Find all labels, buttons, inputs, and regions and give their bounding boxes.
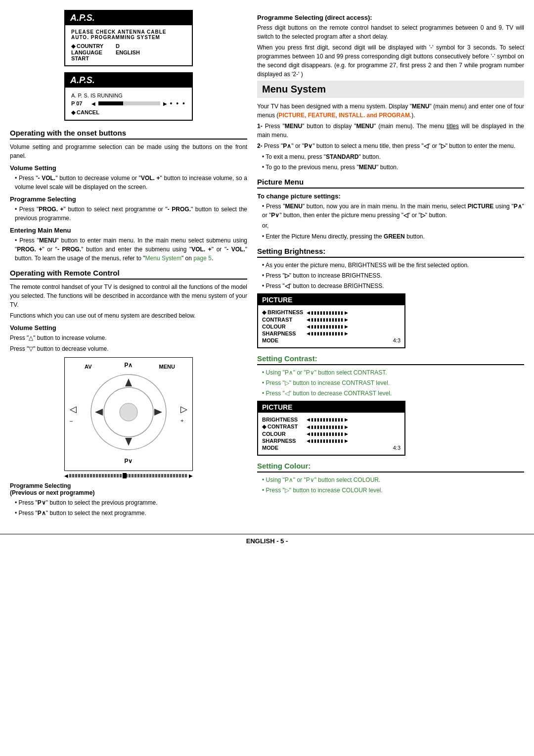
aps-language-value: ENGLISH xyxy=(116,49,140,55)
aps-line2: AUTO. PROGRAMMING SYSTEM xyxy=(71,35,186,40)
pic2-contrast-bar: ◀ ▮▮▮▮▮▮▮▮▮▮▮ ▶ xyxy=(307,425,400,429)
vol-increase: Press "△" button to increase volume. xyxy=(10,333,247,342)
pic2-mode-row: MODE 4:3 xyxy=(262,445,400,451)
pic1-contrast-label: CONTRAST xyxy=(262,317,307,323)
aps-country-row: ◆ COUNTRY D xyxy=(71,43,186,49)
pic2-colour-row: COLOUR ◀ ▮▮▮▮▮▮▮▮▮▮▮ ▶ xyxy=(262,431,400,437)
section2-title: Operating with Remote Control xyxy=(10,269,247,280)
pic2-colour-label: COLOUR xyxy=(262,431,307,437)
pic1-mode-label: MODE xyxy=(262,337,307,343)
remote-av-label: AV xyxy=(85,364,91,370)
picture-box-2: PICTURE BRIGHTNESS ◀ ▮▮▮▮▮▮▮▮▮▮▮ ▶ ◆ CON… xyxy=(257,401,405,456)
menu-item2: 2- Press "P∧" or "P∨" button to select a… xyxy=(257,142,524,150)
aps-arrow-left: ◀ xyxy=(91,101,95,106)
picture-box-1-content: ◆ BRIGHTNESS ◀ ▮▮▮▮▮▮▮▮▮▮▮ ▶ CONTRAST ◀ … xyxy=(258,305,404,347)
aps-country-value: D xyxy=(116,43,120,49)
pic1-brightness-bar: ◀ ▮▮▮▮▮▮▮▮▮▮▮ ▶ xyxy=(307,310,400,315)
pic1-brightness-label: ◆ BRIGHTNESS xyxy=(262,309,307,316)
footer-text: ENGLISH - 5 - xyxy=(246,537,288,545)
aps-arrow-right: ▶ xyxy=(163,101,167,106)
pic2-colour-bar: ◀ ▮▮▮▮▮▮▮▮▮▮▮ ▶ xyxy=(307,431,400,436)
picture-box-1-title: PICTURE xyxy=(258,294,404,305)
change-bullet1: Press "MENU" button, now you are in main… xyxy=(257,202,524,220)
section2-intro: The remote control handset of your TV is… xyxy=(10,283,247,309)
svg-marker-5 xyxy=(95,409,103,416)
right-column: Programme Selecting (direct access): Pre… xyxy=(257,10,524,519)
aps-start-row: START xyxy=(71,55,186,61)
aps-progress-fill xyxy=(98,101,123,105)
pic1-sharpness-row: SHARPNESS ◀ ▮▮▮▮▮▮▮▮▮▮▮ ▶ xyxy=(262,331,400,336)
section1-intro: Volume setting and programme selection c… xyxy=(10,142,247,160)
pic1-contrast-row: CONTRAST ◀ ▮▮▮▮▮▮▮▮▮▮▮ ▶ xyxy=(262,317,400,323)
volume-setting-title: Volume Setting xyxy=(10,164,247,172)
pic1-sharpness-label: SHARPNESS xyxy=(262,331,307,336)
menu-system-title: Menu System xyxy=(257,81,524,98)
direct-access-title: Programme Selecting (direct access): xyxy=(257,14,524,21)
brightness-bullet2: Press "▷" button to increase BRIGHTNESS. xyxy=(257,271,524,280)
prog-selecting-title: Programme Selecting xyxy=(10,195,247,203)
footer-bar: ENGLISH - 5 - xyxy=(0,534,534,548)
aps-dots: • • • xyxy=(170,99,186,107)
remote-vol-right: ▷+ xyxy=(180,404,187,425)
aps-language-row: LANGUAGE ENGLISH xyxy=(71,49,186,55)
prog-select-caption: Programme Selecting(Previous or next pro… xyxy=(10,482,247,496)
brightness-title: Setting Brightness: xyxy=(257,247,524,258)
prog-selecting-bullet: Press "PROG. +" button to select next pr… xyxy=(10,205,247,223)
exit-menu-bullet: To exit a menu, press "STANDARD" button. xyxy=(257,152,524,161)
remote-diagram: AV MENU P∧ P∨ ◁– ▷+ xyxy=(64,357,193,471)
enter-main-menu-title: Entering Main Menu xyxy=(10,227,247,234)
pic2-brightness-bar: ◀ ▮▮▮▮▮▮▮▮▮▮▮ ▶ xyxy=(307,417,400,422)
pic2-brightness-label: BRIGHTNESS xyxy=(262,417,307,423)
direct-access-para1: Press digit buttons on the remote contro… xyxy=(257,23,524,41)
aps-content-2: A. P. S. IS RUNNING P 07 ◀ ▶ • • • ◆ CAN… xyxy=(65,88,192,120)
or-text: or, xyxy=(257,221,524,230)
pic1-colour-bar: ◀ ▮▮▮▮▮▮▮▮▮▮▮ ▶ xyxy=(307,324,400,329)
colour-bullet2: Press "▷" button to increase COLOUR leve… xyxy=(257,486,524,495)
colour-title: Setting Colour: xyxy=(257,462,524,472)
contrast-bullet3: Press "◁" button to decrease CONTRAST le… xyxy=(257,389,524,398)
contrast-bullet2: Press "▷" button to increase CONTRAST le… xyxy=(257,378,524,387)
pic1-contrast-bar: ◀ ▮▮▮▮▮▮▮▮▮▮▮ ▶ xyxy=(307,317,400,322)
remote-ring-svg xyxy=(89,373,168,452)
aps-box-1: A.P.S. PLEASE CHECK ANTENNA CABLE AUTO. … xyxy=(64,10,193,66)
aps-content-1: PLEASE CHECK ANTENNA CABLE AUTO. PROGRAM… xyxy=(65,25,192,65)
contrast-title: Setting Contrast: xyxy=(257,354,524,365)
pic1-sharpness-bar: ◀ ▮▮▮▮▮▮▮▮▮▮▮ ▶ xyxy=(307,331,400,336)
pic1-colour-row: COLOUR ◀ ▮▮▮▮▮▮▮▮▮▮▮ ▶ xyxy=(262,324,400,330)
colour-bullet1: Using "P∧" or "P∨" button select COLOUR. xyxy=(257,475,524,484)
menu-item1: 1- Press "MENU" button to display "MENU"… xyxy=(257,122,524,140)
volume-setting-title-2: Volume Setting xyxy=(10,324,247,331)
svg-marker-4 xyxy=(125,438,132,446)
pic2-brightness-row: BRIGHTNESS ◀ ▮▮▮▮▮▮▮▮▮▮▮ ▶ xyxy=(262,417,400,423)
picture-box-2-title: PICTURE xyxy=(258,402,404,413)
pic2-sharpness-bar: ◀ ▮▮▮▮▮▮▮▮▮▮▮ ▶ xyxy=(307,438,400,443)
aps-progress-row: P 07 ◀ ▶ • • • xyxy=(71,99,186,107)
aps-country-label: ◆ COUNTRY xyxy=(71,43,111,49)
change-bullet2: Enter the Picture Menu directly, pressin… xyxy=(257,232,524,241)
pic2-mode-value: 4:3 xyxy=(393,445,400,451)
remote-menu-label: MENU xyxy=(159,364,175,370)
svg-marker-3 xyxy=(125,378,132,386)
pic2-contrast-label: ◆ CONTRAST xyxy=(262,424,307,430)
remote-p-up: P∧ xyxy=(124,362,133,369)
aps-start-label: START xyxy=(71,55,111,61)
pic1-colour-label: COLOUR xyxy=(262,324,307,330)
prog-bar-arrow-left: ◀ xyxy=(64,473,68,478)
pic2-mode-label: MODE xyxy=(262,445,307,451)
aps-cancel: ◆ CANCEL xyxy=(71,109,186,116)
pic2-sharpness-label: SHARPNESS xyxy=(262,438,307,444)
enter-main-menu-bullet: Press "MENU" button to enter main menu. … xyxy=(10,236,247,263)
vol-decrease: Press "▽" button to decrease volume. xyxy=(10,344,247,353)
svg-point-2 xyxy=(120,403,137,421)
aps-prog-label: P 07 xyxy=(71,100,89,106)
pic1-mode-row: MODE 4:3 xyxy=(262,337,400,343)
section1-title: Operating with the onset buttons xyxy=(10,129,247,140)
pic2-sharpness-row: SHARPNESS ◀ ▮▮▮▮▮▮▮▮▮▮▮ ▶ xyxy=(262,438,400,444)
prog-next-bullet: Press "P∧" button to select the next pro… xyxy=(10,509,247,518)
aps-box-2: A.P.S. A. P. S. IS RUNNING P 07 ◀ ▶ • • … xyxy=(64,72,193,121)
remote-vol-left: ◁– xyxy=(70,404,77,425)
aps-line1: PLEASE CHECK ANTENNA CABLE xyxy=(71,29,186,35)
prev-menu-bullet: To go to the previous menu, press "MENU"… xyxy=(257,163,524,172)
change-picture-title: To change picture settings: xyxy=(257,192,524,200)
picture-menu-title: Picture Menu xyxy=(257,178,524,189)
